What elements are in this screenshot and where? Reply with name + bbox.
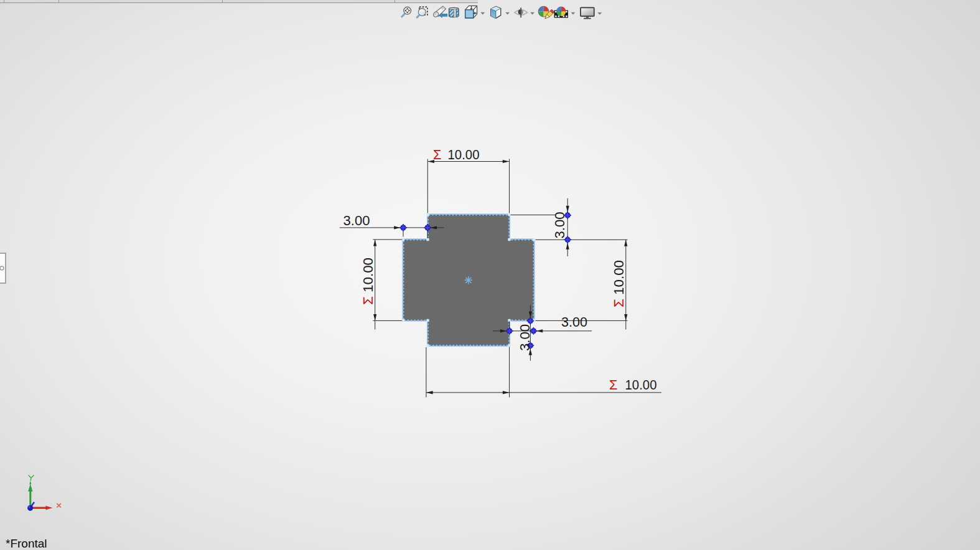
svg-text:10.00: 10.00 [625, 377, 657, 393]
svg-text:Σ 10.00: Σ 10.00 [611, 260, 627, 307]
svg-text:3.00: 3.00 [561, 314, 587, 330]
svg-text:3.00: 3.00 [343, 213, 370, 228]
svg-text:10.00: 10.00 [448, 147, 480, 162]
svg-text:Σ: Σ [609, 377, 618, 393]
svg-text:3.00: 3.00 [552, 212, 567, 239]
svg-text:Σ 10.00: Σ 10.00 [360, 258, 376, 305]
svg-text:*Frontal: *Frontal [6, 537, 47, 550]
svg-text:Σ: Σ [433, 147, 442, 162]
svg-text:3.00: 3.00 [517, 324, 533, 351]
